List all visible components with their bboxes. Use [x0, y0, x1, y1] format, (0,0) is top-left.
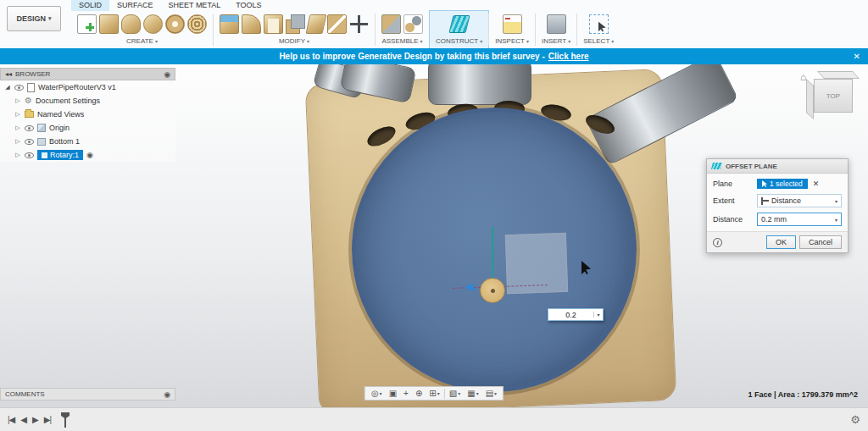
- clear-selection-icon[interactable]: ✕: [813, 180, 820, 188]
- expander-icon[interactable]: ◢: [4, 84, 11, 91]
- tree-item-root[interactable]: ◢ WaterPipeRouterV3 v1: [0, 80, 175, 94]
- collapse-panel-icon[interactable]: ◂◂: [5, 70, 12, 78]
- tab-solid[interactable]: SOLID: [71, 0, 109, 11]
- assemble-menu-label: ASSEMBLE: [381, 37, 418, 45]
- extent-value: Distance: [771, 196, 801, 205]
- new-component-icon[interactable]: [381, 14, 401, 34]
- insert-icon[interactable]: [547, 14, 566, 34]
- inspect-menu[interactable]: INSPECT ▾: [495, 37, 529, 45]
- grid-layout-icon[interactable]: ▦ ▾: [465, 389, 481, 398]
- viewports-icon[interactable]: ▤ ▾: [483, 389, 499, 398]
- coil-icon[interactable]: [187, 14, 207, 34]
- top-toolbar: DESIGN ▾ SOLID SURFACE SHEET METAL TOOLS…: [0, 0, 868, 48]
- move-copy-icon[interactable]: [349, 14, 369, 34]
- tree-item-rotary[interactable]: ▷ Rotary:1 ◉: [0, 148, 175, 162]
- expander-icon[interactable]: ▷: [14, 124, 21, 131]
- fit-icon[interactable]: ⊞ ▾: [426, 389, 442, 398]
- assemble-menu[interactable]: ASSEMBLE ▾: [381, 37, 422, 45]
- tab-sheet-metal[interactable]: SHEET METAL: [161, 0, 229, 11]
- visibility-eye-icon[interactable]: [25, 152, 34, 158]
- select-icon[interactable]: [589, 14, 609, 34]
- offset-face-icon[interactable]: [306, 14, 327, 34]
- visibility-eye-icon[interactable]: [14, 85, 24, 91]
- timeline-go-end-button[interactable]: ▶|: [44, 415, 51, 424]
- survey-link[interactable]: Click here: [548, 52, 589, 61]
- plane-selection-chip[interactable]: 1 selected: [757, 179, 808, 189]
- chevron-down-icon: ▾: [307, 38, 309, 44]
- display-settings-icon[interactable]: ▧ ▾: [447, 389, 463, 398]
- tree-item-label: Rotary:1: [50, 151, 79, 159]
- center-hub[interactable]: [480, 278, 505, 303]
- visibility-eye-icon[interactable]: [25, 125, 34, 131]
- comments-settings-icon[interactable]: ◉: [164, 390, 170, 399]
- origin-icon: [37, 124, 46, 132]
- tree-item-origin[interactable]: ▷ Origin: [0, 121, 175, 135]
- timeline-step-back-button[interactable]: ◀: [20, 415, 26, 424]
- view-navigation-bar: ◎ ▾ ▣ + ⊕ ⊞ ▾ ▧ ▾ ▦ ▾ ▤ ▾: [364, 386, 504, 401]
- selected-tree-item[interactable]: Rotary:1: [37, 150, 83, 160]
- select-menu[interactable]: SELECT ▾: [583, 37, 614, 45]
- inspect-menu-label: INSPECT: [495, 37, 525, 45]
- tree-item-document-settings[interactable]: ▷ ⚙ Document Settings: [0, 94, 175, 108]
- expander-icon[interactable]: ▷: [14, 152, 21, 158]
- viewcube-top-face[interactable]: [817, 71, 860, 79]
- cancel-button[interactable]: Cancel: [799, 235, 842, 249]
- fillet-icon[interactable]: [242, 14, 261, 34]
- browser-settings-icon[interactable]: ◉: [164, 70, 170, 79]
- timeline-position-marker[interactable]: [60, 412, 70, 428]
- viewcube-front-face[interactable]: TOP: [814, 79, 853, 113]
- measure-icon[interactable]: [503, 14, 522, 34]
- press-pull-icon[interactable]: [220, 14, 239, 34]
- timeline-settings-gear-icon[interactable]: ⚙: [850, 413, 860, 426]
- offset-distance-input[interactable]: 0.2 ▾: [548, 308, 604, 321]
- zoom-icon[interactable]: ⊕: [413, 389, 425, 398]
- distance-input[interactable]: 0.2 mm ▾: [757, 213, 842, 226]
- tab-tools[interactable]: TOOLS: [228, 0, 269, 11]
- offset-distance-value: 0.2: [548, 311, 593, 319]
- tree-item-bottom[interactable]: ▷ Bottom 1: [0, 135, 175, 148]
- look-at-icon[interactable]: ▣: [387, 389, 399, 398]
- grid-glyph: ▦: [467, 389, 475, 398]
- timeline-play-button[interactable]: ▶: [32, 415, 38, 424]
- shell-icon[interactable]: [264, 14, 283, 34]
- split-body-icon[interactable]: [327, 14, 347, 34]
- ok-button[interactable]: OK: [766, 235, 796, 249]
- cylinder-icon[interactable]: [121, 14, 141, 34]
- selected-face[interactable]: [352, 108, 637, 392]
- chevron-down-icon: ▾: [480, 38, 482, 44]
- plane-label: Plane: [713, 180, 757, 188]
- extent-dropdown[interactable]: Distance ▾: [757, 194, 842, 207]
- viewcube[interactable]: ⌂ TOP: [800, 69, 860, 120]
- pan-icon[interactable]: +: [401, 389, 411, 398]
- pipe-cylinder: [428, 64, 531, 105]
- tab-surface[interactable]: SURFACE: [109, 0, 161, 11]
- sphere-icon[interactable]: [143, 14, 163, 34]
- torus-icon[interactable]: [165, 14, 185, 34]
- create-sketch-icon[interactable]: [77, 14, 97, 34]
- close-icon[interactable]: ✕: [854, 48, 860, 64]
- construct-menu[interactable]: CONSTRUCT ▾: [436, 37, 482, 45]
- canvas-viewport[interactable]: 0.2 ▾ ⌂ TOP ◂◂ BROWSER ◉ ◢ WaterPipeRout…: [0, 64, 868, 407]
- timeline-go-start-button[interactable]: |◀: [8, 415, 14, 424]
- chevron-down-icon[interactable]: ▾: [593, 312, 603, 318]
- box-icon[interactable]: [99, 14, 119, 34]
- info-icon[interactable]: i: [713, 238, 722, 247]
- combine-icon[interactable]: [286, 14, 305, 34]
- insert-menu[interactable]: INSERT ▾: [542, 37, 570, 45]
- toolbar-group-create: CREATE ▾: [71, 11, 213, 48]
- create-menu[interactable]: CREATE ▾: [126, 37, 158, 45]
- expander-icon[interactable]: ▷: [14, 111, 21, 118]
- comments-panel[interactable]: COMMENTS ◉: [0, 388, 175, 401]
- modify-menu[interactable]: MODIFY ▾: [279, 37, 309, 45]
- joint-icon[interactable]: [403, 14, 423, 34]
- tree-item-named-views[interactable]: ▷ Named Views: [0, 108, 175, 121]
- viewcube-side-face[interactable]: [806, 79, 814, 119]
- dialog-header[interactable]: OFFSET PLANE: [707, 159, 848, 174]
- expander-icon[interactable]: ▷: [14, 97, 21, 104]
- ground-indicator-icon[interactable]: ◉: [86, 151, 93, 159]
- offset-plane-icon[interactable]: [448, 15, 470, 33]
- design-menu-button[interactable]: DESIGN ▾: [7, 6, 61, 31]
- orbit-icon[interactable]: ◎ ▾: [369, 389, 385, 398]
- expander-icon[interactable]: ▷: [14, 138, 21, 145]
- visibility-eye-icon[interactable]: [25, 139, 34, 145]
